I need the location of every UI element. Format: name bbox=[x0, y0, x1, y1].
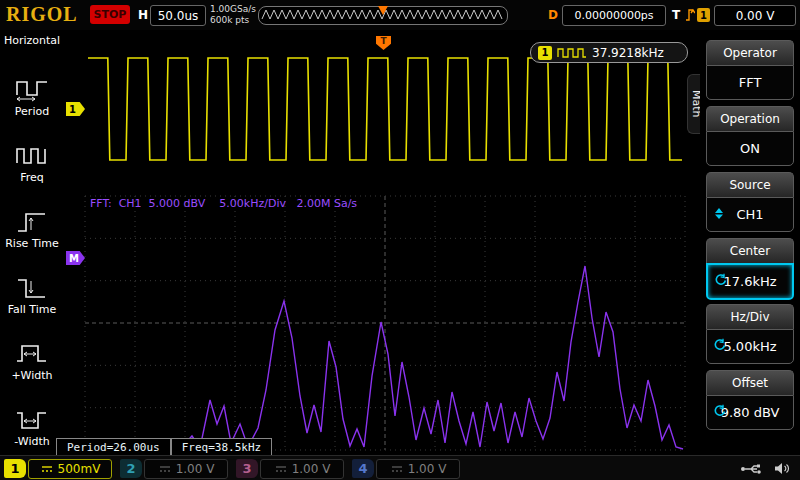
menu-item-label: Center bbox=[706, 238, 794, 263]
dc-coupling-icon bbox=[274, 464, 288, 474]
select-arrows-icon bbox=[712, 206, 726, 221]
channel-2-status[interactable]: 2 1.00 V bbox=[120, 459, 232, 479]
sidebar-item-label: Period bbox=[15, 105, 49, 118]
menu-item-hz-div[interactable]: Hz/Div 5.00kHz bbox=[706, 304, 794, 364]
trigger-label: T bbox=[672, 8, 680, 22]
menu-item-center[interactable]: Center 17.6kHz bbox=[706, 238, 794, 300]
freq-readout: Freq=38.5kHz bbox=[171, 438, 272, 456]
channel-status-bar: 1 500mV 2 1.00 V 3 bbox=[0, 455, 800, 480]
menu-item-value: 17.6kHz bbox=[723, 274, 776, 289]
sidebar-item-minus-width[interactable]: -Width bbox=[0, 388, 64, 448]
oscilloscope-screen: RIGOL STOP H 50.0us 1.00GSa/s 600k pts D… bbox=[0, 0, 800, 480]
delay-label: D bbox=[548, 8, 558, 22]
trigger-slope-icon bbox=[684, 7, 695, 22]
knob-rotate-icon bbox=[712, 338, 727, 353]
memory-depth: 600k pts bbox=[210, 15, 256, 26]
sidebar-item-period[interactable]: Period bbox=[0, 58, 64, 118]
horizontal-measure-menu: Horizontal Period Freq Rise Time bbox=[0, 30, 64, 455]
status-bar: RIGOL STOP H 50.0us 1.00GSa/s 600k pts D… bbox=[0, 0, 800, 30]
timebase-value[interactable]: 50.0us bbox=[150, 5, 206, 26]
knob-rotate-icon bbox=[712, 404, 727, 419]
sidebar-item-label: Freq bbox=[20, 171, 44, 184]
knob-rotate-icon bbox=[713, 273, 728, 288]
math-softkey-menu: Operator FFT Operation ON Source CH1 Cen… bbox=[700, 30, 800, 455]
menu-item-label: Operator bbox=[706, 40, 794, 65]
fft-settings-readout: FFT: CH1 5.000 dBV 5.00kHz/Div 2.00M Sa/… bbox=[90, 197, 357, 210]
period-icon bbox=[15, 78, 49, 102]
channel-4-scale: 1.00 V bbox=[408, 462, 447, 476]
fall-time-icon bbox=[15, 276, 49, 300]
channel-3-badge: 3 bbox=[236, 459, 258, 478]
menu-item-label: Offset bbox=[706, 370, 794, 395]
acquisition-info: 1.00GSa/s 600k pts bbox=[210, 4, 256, 26]
channel-3-scale: 1.00 V bbox=[292, 462, 331, 476]
left-menu-title: Horizontal bbox=[0, 34, 64, 47]
menu-item-value: 9.80 dBV bbox=[721, 405, 780, 420]
memory-position-strip[interactable] bbox=[258, 6, 508, 25]
channel-4-status[interactable]: 4 1.00 V bbox=[352, 459, 464, 479]
counter-readouts: Period=26.00us Freq=38.5kHz bbox=[56, 438, 272, 456]
sidebar-item-label: Rise Time bbox=[5, 237, 59, 250]
channel-2-badge: 2 bbox=[120, 459, 142, 478]
meas-channel-badge: 1 bbox=[538, 46, 552, 60]
run-state-badge[interactable]: STOP bbox=[90, 5, 130, 24]
channel-1-scale: 500mV bbox=[58, 462, 101, 476]
menu-item-operation[interactable]: Operation ON bbox=[706, 106, 794, 166]
channel-1-status[interactable]: 1 500mV bbox=[4, 459, 116, 479]
dc-coupling-icon bbox=[390, 464, 404, 474]
sidebar-item-label: +Width bbox=[11, 369, 52, 382]
menu-item-value: 5.00kHz bbox=[723, 339, 776, 354]
sidebar-item-fall-time[interactable]: Fall Time bbox=[0, 256, 64, 316]
freq-icon bbox=[15, 144, 49, 168]
usb-icon bbox=[740, 463, 762, 475]
menu-item-label: Hz/Div bbox=[706, 304, 794, 329]
menu-item-value: ON bbox=[706, 131, 794, 166]
period-readout: Period=26.00us bbox=[56, 438, 171, 456]
minus-width-icon bbox=[15, 408, 49, 432]
square-wave-icon bbox=[557, 47, 587, 59]
rise-time-icon bbox=[15, 210, 49, 234]
sidebar-item-label: Fall Time bbox=[8, 303, 57, 316]
meas-frequency-value: 37.9218kHz bbox=[592, 46, 664, 60]
waveform-canvas bbox=[0, 0, 800, 480]
trigger-source-badge: 1 bbox=[697, 8, 710, 22]
menu-item-value: CH1 bbox=[736, 207, 763, 222]
menu-item-operator[interactable]: Operator FFT bbox=[706, 40, 794, 100]
channel-1-badge: 1 bbox=[4, 459, 26, 478]
dc-coupling-icon bbox=[40, 464, 54, 474]
dc-coupling-icon bbox=[158, 464, 172, 474]
sidebar-item-freq[interactable]: Freq bbox=[0, 124, 64, 184]
channel-3-status[interactable]: 3 1.00 V bbox=[236, 459, 348, 479]
menu-item-value: FFT bbox=[706, 65, 794, 100]
channel-4-badge: 4 bbox=[352, 459, 374, 478]
menu-item-label: Operation bbox=[706, 106, 794, 131]
channel-2-scale: 1.00 V bbox=[176, 462, 215, 476]
trigger-level-value[interactable]: 0.00 V bbox=[714, 5, 796, 26]
menu-item-label: Source bbox=[706, 172, 794, 197]
horizontal-label: H bbox=[138, 8, 148, 22]
delay-value[interactable]: 0.00000000ps bbox=[562, 5, 666, 26]
sidebar-item-plus-width[interactable]: +Width bbox=[0, 322, 64, 382]
plus-width-icon bbox=[15, 342, 49, 366]
sample-rate: 1.00GSa/s bbox=[210, 4, 256, 15]
sidebar-item-rise-time[interactable]: Rise Time bbox=[0, 190, 64, 250]
menu-item-source[interactable]: Source CH1 bbox=[706, 172, 794, 232]
sidebar-item-label: -Width bbox=[14, 435, 49, 448]
menu-item-offset[interactable]: Offset 9.80 dBV bbox=[706, 370, 794, 430]
rigol-logo: RIGOL bbox=[6, 3, 78, 26]
frequency-measurement-badge: 1 37.9218kHz bbox=[530, 42, 688, 63]
speaker-icon[interactable] bbox=[774, 462, 790, 475]
